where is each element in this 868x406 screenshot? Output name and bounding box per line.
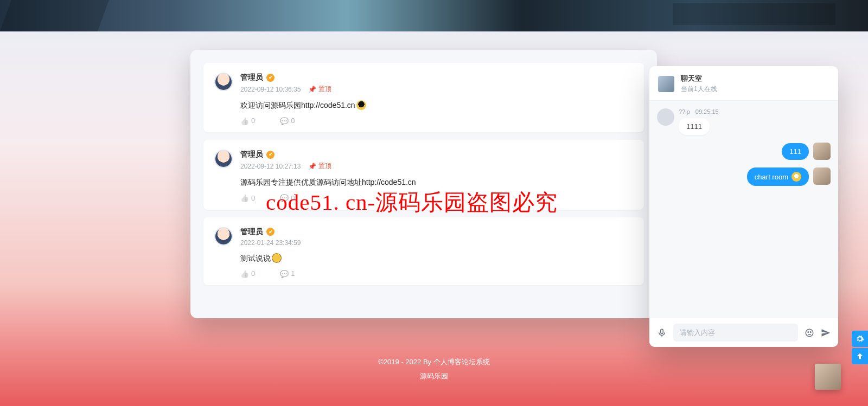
like-button[interactable]: 0 — [240, 194, 255, 202]
avatar[interactable] — [813, 167, 831, 185]
avatar[interactable] — [214, 227, 233, 246]
thumb-up-icon — [240, 270, 248, 278]
thumb-up-icon — [240, 117, 248, 125]
post-time: 2022-01-24 23:34:59 — [240, 239, 301, 247]
post-item: 管理员 ✔ 2022-09-12 10:27:13 📌 置顶 源码乐园专注提供优… — [203, 140, 644, 209]
pin-badge: 📌 置顶 — [308, 85, 331, 94]
post-text: 测试说说 — [240, 252, 633, 264]
post-author[interactable]: 管理员 — [240, 227, 263, 237]
emoji-smile-icon — [792, 172, 801, 182]
avatar[interactable] — [813, 143, 831, 160]
post-author[interactable]: 管理员 — [240, 150, 263, 159]
avatar[interactable] — [657, 108, 674, 126]
post-item: 管理员 ✔ 2022-01-24 23:34:59 测试说说 0 1 — [203, 217, 644, 285]
chat-input-bar — [649, 318, 838, 347]
chat-message-outgoing: 111 — [657, 143, 831, 160]
chat-bubble: 111 — [782, 143, 809, 160]
comment-button[interactable]: 0 — [280, 194, 295, 202]
post-time: 2022-09-12 10:36:35 — [240, 86, 301, 93]
post-time: 2022-09-12 10:27:13 — [240, 163, 301, 170]
svg-point-2 — [808, 331, 809, 332]
comment-icon — [280, 194, 288, 202]
pin-badge: 📌 置顶 — [308, 162, 331, 171]
verified-badge-icon: ✔ — [266, 74, 275, 82]
comment-button[interactable]: 0 — [280, 117, 295, 125]
post-text: 源码乐园专注提供优质源码访问地址http://code51.cn — [240, 176, 633, 188]
verified-badge-icon: ✔ — [266, 151, 275, 159]
chat-messages[interactable]: ??ip 09:25:15 1111 111 chart room — [649, 101, 838, 318]
chat-message-outgoing: chart room — [657, 167, 831, 186]
emoji-dog-icon — [272, 253, 282, 263]
chat-online-count: 当前1人在线 — [681, 85, 717, 94]
avatar[interactable] — [214, 73, 233, 91]
post-author[interactable]: 管理员 — [240, 73, 263, 82]
svg-rect-0 — [661, 329, 663, 333]
like-button[interactable]: 0 — [240, 269, 255, 278]
comment-count: 0 — [291, 117, 295, 125]
emoji-picker-icon[interactable] — [805, 328, 814, 338]
posts-card: 管理员 ✔ 2022-09-12 10:36:35 📌 置顶 欢迎访问源码乐园h… — [190, 50, 657, 318]
chat-title: 聊天室 — [681, 74, 717, 83]
emoji-cool-icon — [356, 100, 366, 110]
footer-site-name[interactable]: 源码乐园 — [0, 371, 868, 381]
chat-text-input[interactable] — [673, 324, 798, 341]
chatroom-panel: 聊天室 当前1人在线 ??ip 09:25:15 1111 111 chart … — [649, 66, 838, 347]
chat-sender-name: ??ip — [679, 108, 690, 115]
pin-label: 置顶 — [318, 85, 331, 94]
thumb-up-icon — [240, 194, 248, 202]
like-count: 0 — [251, 194, 255, 202]
post-item: 管理员 ✔ 2022-09-12 10:36:35 📌 置顶 欢迎访问源码乐园h… — [203, 63, 644, 132]
send-icon[interactable] — [821, 328, 831, 338]
pin-label: 置顶 — [318, 162, 331, 171]
comment-icon — [280, 117, 288, 125]
chat-message-incoming: ??ip 09:25:15 1111 — [657, 108, 831, 135]
pin-icon: 📌 — [308, 86, 316, 93]
verified-badge-icon: ✔ — [266, 228, 275, 236]
footer: ©2019 - 2022 By 个人博客论坛系统 源码乐园 — [0, 357, 868, 381]
like-button[interactable]: 0 — [240, 117, 255, 125]
comment-count: 1 — [291, 269, 295, 278]
chat-logo-icon — [658, 76, 674, 92]
svg-point-3 — [810, 331, 812, 332]
avatar[interactable] — [214, 150, 233, 168]
post-text: 欢迎访问源码乐园http://code51.cn — [240, 99, 633, 111]
mic-icon[interactable] — [657, 328, 667, 338]
like-count: 0 — [251, 117, 255, 125]
comment-button[interactable]: 1 — [280, 269, 295, 278]
chat-message-time: 09:25:15 — [695, 108, 719, 115]
chat-bubble: 1111 — [679, 118, 710, 135]
comment-count: 0 — [291, 194, 295, 202]
comment-icon — [280, 270, 288, 278]
settings-button[interactable] — [852, 331, 868, 347]
like-count: 0 — [251, 269, 255, 278]
chat-header: 聊天室 当前1人在线 — [649, 66, 838, 101]
hero-banner — [0, 0, 868, 31]
pin-icon: 📌 — [308, 163, 316, 170]
svg-point-1 — [806, 329, 813, 337]
footer-copyright: ©2019 - 2022 By 个人博客论坛系统 — [0, 357, 868, 367]
chat-bubble: chart room — [747, 167, 809, 186]
